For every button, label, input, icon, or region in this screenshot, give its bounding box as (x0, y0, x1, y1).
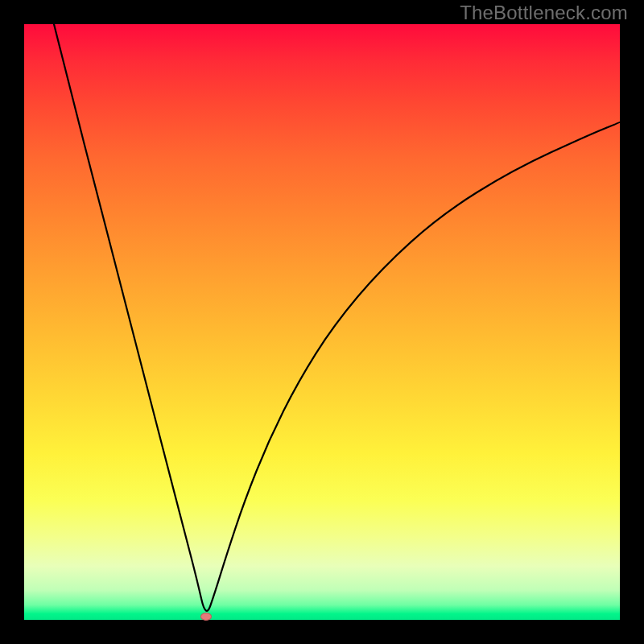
plot-area (24, 24, 620, 620)
watermark-text: TheBottleneck.com (460, 2, 628, 24)
curve-svg (24, 24, 620, 620)
chart-frame: TheBottleneck.com (0, 0, 644, 644)
bottleneck-curve (54, 24, 620, 611)
optimum-marker (200, 613, 212, 621)
